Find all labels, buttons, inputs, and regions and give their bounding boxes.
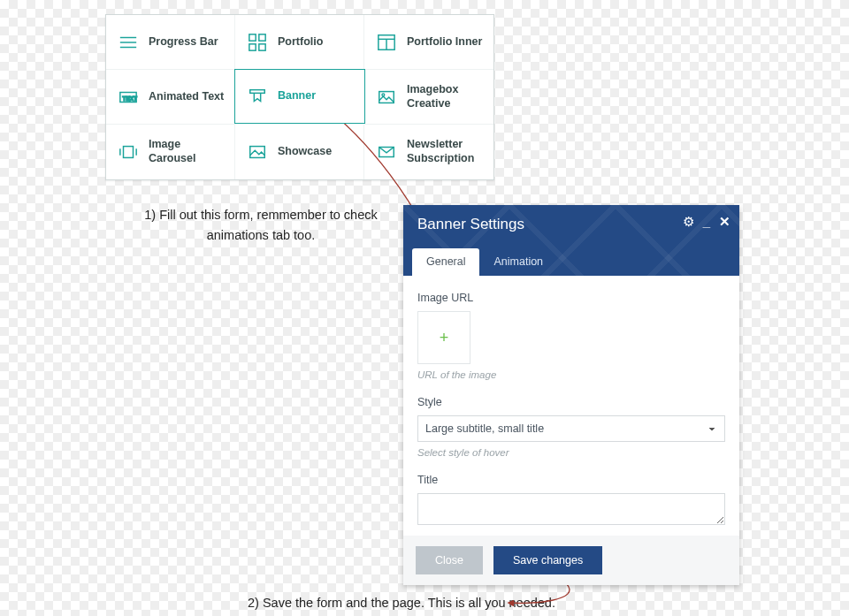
picker-item-portfolio-inner[interactable]: Portfolio Inner bbox=[364, 15, 493, 70]
modal-tabs: General Animation bbox=[412, 248, 557, 276]
svg-rect-13 bbox=[379, 91, 394, 103]
picker-item-portfolio[interactable]: Portfolio bbox=[235, 15, 364, 70]
portfolio-inner-icon bbox=[377, 33, 396, 52]
instruction-step-1: 1) Fill out this form, remmember to chec… bbox=[133, 205, 389, 246]
instruction-step-2: 2) Save the form and the page. This is a… bbox=[248, 596, 555, 610]
svg-rect-3 bbox=[249, 34, 256, 40]
image-url-label: Image URL bbox=[417, 292, 725, 304]
tab-animation[interactable]: Animation bbox=[479, 248, 557, 276]
style-select[interactable]: Large subtitle, small title bbox=[417, 415, 725, 442]
image-url-dropzone[interactable]: + bbox=[417, 311, 470, 364]
carousel-icon bbox=[119, 142, 138, 162]
banner-settings-modal: Banner Settings ⚙ _ ✕ General Animation … bbox=[403, 205, 739, 585]
picker-label: Newsletter Subscription bbox=[407, 138, 485, 165]
close-button[interactable]: Close bbox=[416, 546, 483, 574]
tab-general[interactable]: General bbox=[412, 248, 479, 276]
style-label: Style bbox=[417, 396, 725, 408]
svg-rect-6 bbox=[259, 43, 265, 49]
picker-item-showcase[interactable]: Showcase bbox=[235, 125, 364, 179]
title-input[interactable] bbox=[417, 493, 725, 525]
plus-icon: + bbox=[440, 329, 449, 347]
style-helper: Select style of hover bbox=[417, 447, 725, 458]
modal-title: Banner Settings bbox=[417, 216, 725, 233]
element-picker: Progress Bar Portfolio Portfolio Inner T… bbox=[105, 14, 494, 180]
minimize-icon[interactable]: _ bbox=[703, 214, 710, 230]
title-label: Title bbox=[417, 474, 725, 486]
picker-item-animated-text[interactable]: TEXT Animated Text bbox=[106, 70, 235, 125]
picker-item-image-carousel[interactable]: Image Carousel bbox=[106, 125, 235, 179]
portfolio-icon bbox=[248, 33, 267, 52]
picker-item-banner[interactable]: Banner bbox=[234, 69, 365, 124]
picker-item-imagebox-creative[interactable]: Imagebox Creative bbox=[364, 70, 493, 125]
image-url-helper: URL of the image bbox=[417, 369, 725, 380]
svg-rect-5 bbox=[249, 43, 256, 49]
newsletter-icon bbox=[377, 142, 396, 162]
picker-label: Imagebox Creative bbox=[407, 83, 485, 110]
progress-bar-icon bbox=[119, 33, 138, 52]
picker-label: Showcase bbox=[278, 145, 332, 159]
modal-header: Banner Settings ⚙ _ ✕ General Animation bbox=[403, 205, 739, 276]
svg-rect-15 bbox=[124, 147, 134, 158]
svg-rect-12 bbox=[250, 90, 265, 94]
imagebox-icon bbox=[377, 87, 396, 107]
gear-icon[interactable]: ⚙ bbox=[683, 214, 694, 230]
banner-icon bbox=[248, 87, 267, 106]
animated-text-icon: TEXT bbox=[119, 87, 138, 107]
picker-label: Image Carousel bbox=[149, 138, 226, 165]
svg-point-14 bbox=[382, 93, 385, 95]
picker-label: Portfolio Inner bbox=[407, 35, 482, 49]
picker-item-progress-bar[interactable]: Progress Bar bbox=[106, 15, 235, 70]
close-icon[interactable]: ✕ bbox=[719, 214, 730, 230]
picker-label: Banner bbox=[278, 89, 316, 103]
picker-item-newsletter[interactable]: Newsletter Subscription bbox=[364, 125, 493, 179]
modal-footer: Close Save changes bbox=[403, 536, 739, 585]
svg-rect-4 bbox=[259, 34, 265, 40]
showcase-icon bbox=[248, 142, 267, 162]
save-button[interactable]: Save changes bbox=[493, 546, 602, 574]
picker-label: Portfolio bbox=[278, 35, 323, 49]
svg-text:TEXT: TEXT bbox=[123, 95, 137, 101]
picker-label: Animated Text bbox=[149, 90, 224, 104]
picker-label: Progress Bar bbox=[149, 35, 218, 49]
modal-body: Image URL + URL of the image Style Large… bbox=[403, 276, 739, 536]
